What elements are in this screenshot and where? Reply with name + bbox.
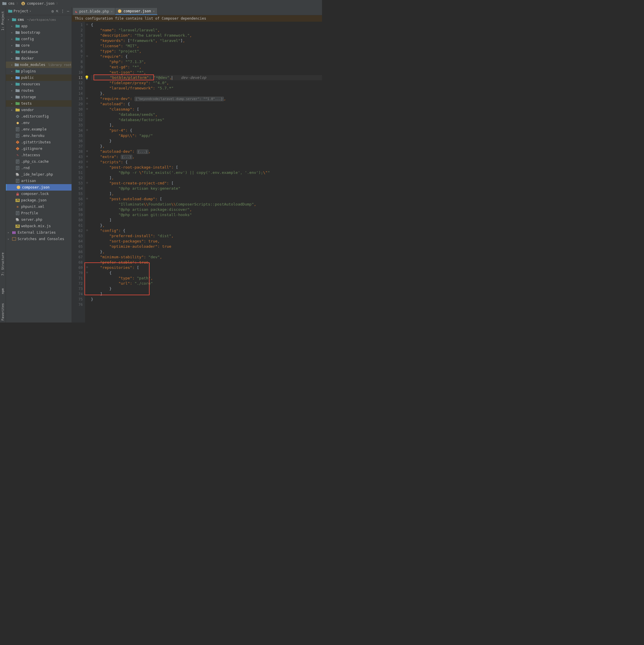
svg-rect-12 bbox=[16, 194, 19, 196]
tree-file[interactable]: .gitattributes bbox=[6, 139, 71, 146]
editor-tab[interactable]: composer.json× bbox=[115, 8, 157, 15]
left-tool-tabs: 1: Project 7: Structure npm Favorites bbox=[0, 7, 6, 322]
composer-icon bbox=[21, 1, 25, 6]
tree-file[interactable]: .gitignore bbox=[6, 146, 71, 152]
code-editor[interactable]: 1234567891011121314152930313233343536373… bbox=[72, 22, 322, 322]
tree-root[interactable]: ▾ cms ~/workspace/cms bbox=[6, 16, 71, 23]
svg-point-6 bbox=[17, 148, 18, 148]
more-icon[interactable]: ⋮ bbox=[61, 9, 64, 13]
project-dropdown[interactable]: Project ▾ bbox=[8, 9, 31, 13]
tree-section[interactable]: ▸External Libraries bbox=[6, 229, 71, 236]
tree-folder[interactable]: ▸routes bbox=[6, 87, 71, 94]
svg-rect-15 bbox=[13, 231, 14, 234]
breadcrumb-item[interactable]: composer.json bbox=[27, 1, 54, 6]
tree-section[interactable]: ▸Scratches and Consoles bbox=[6, 236, 71, 242]
tree-folder[interactable]: ▸storage bbox=[6, 94, 71, 100]
svg-rect-16 bbox=[15, 231, 16, 234]
editor-tab[interactable]: ◣post.blade.php× bbox=[73, 8, 115, 15]
tab-structure[interactable]: 7: Structure bbox=[0, 251, 5, 277]
svg-point-5 bbox=[17, 143, 18, 143]
tree-file[interactable]: 🐘_ide_helper.php bbox=[6, 171, 71, 178]
svg-point-11 bbox=[17, 186, 20, 189]
tree-file[interactable]: .php_cs.cache bbox=[6, 158, 71, 165]
breadcrumb: cms 〉 composer.json 〉 bbox=[0, 0, 322, 7]
sidebar-header: Project ▾ ◎ ⇱ ⋮ — bbox=[6, 7, 71, 15]
tree-file[interactable]: 🐘server.php bbox=[6, 216, 71, 223]
tab-favorites[interactable]: Favorites bbox=[0, 301, 5, 322]
svg-point-7 bbox=[17, 149, 18, 150]
tree-file[interactable]: ✎.htaccess bbox=[6, 152, 71, 158]
tree-folder[interactable]: ▸docker bbox=[6, 55, 71, 61]
collapse-icon[interactable]: ⇱ bbox=[56, 9, 58, 13]
chevron-right-icon: 〉 bbox=[16, 1, 19, 6]
tree-folder[interactable]: ▸vendor bbox=[6, 107, 71, 113]
banner: This configuration file contains list of… bbox=[72, 15, 322, 22]
tree-file[interactable]: JSwebpack.mix.js bbox=[6, 223, 71, 229]
tree-file[interactable]: artisan bbox=[6, 178, 71, 184]
svg-point-18 bbox=[118, 9, 121, 13]
tree-folder[interactable]: ▸plugins bbox=[6, 68, 71, 74]
svg-point-4 bbox=[17, 141, 18, 142]
tree-folder[interactable]: ▸core bbox=[6, 42, 71, 49]
tab-npm[interactable]: npm bbox=[0, 286, 5, 296]
tree-folder[interactable]: ▸tests bbox=[6, 100, 71, 107]
chevron-right-icon: 〉 bbox=[56, 1, 59, 6]
tree-folder[interactable]: ▸app bbox=[6, 23, 71, 29]
project-tree: ▾ cms ~/workspace/cms ▸app▸bootstrap▸con… bbox=[6, 15, 71, 322]
tree-folder[interactable]: ▸database bbox=[6, 49, 71, 55]
tree-file[interactable]: ⬢.env bbox=[6, 120, 71, 126]
tree-file[interactable]: composer.json bbox=[6, 184, 71, 191]
tree-file[interactable]: .editorconfig bbox=[6, 113, 71, 120]
tree-folder[interactable]: ▸node_moduleslibrary root bbox=[6, 61, 71, 68]
tree-file[interactable]: Procfile bbox=[6, 210, 71, 216]
folder-icon bbox=[2, 1, 6, 6]
target-icon[interactable]: ◎ bbox=[52, 9, 54, 13]
svg-point-1 bbox=[17, 116, 18, 117]
svg-rect-17 bbox=[12, 237, 16, 240]
tree-file[interactable]: .env.example bbox=[6, 126, 71, 133]
tree-file[interactable]: .env.heroku bbox=[6, 133, 71, 139]
tree-file[interactable]: .rnd bbox=[6, 165, 71, 171]
tree-file[interactable]: composer.lock bbox=[6, 191, 71, 197]
tree-folder[interactable]: ▸resources bbox=[6, 81, 71, 87]
hide-icon[interactable]: — bbox=[67, 9, 69, 13]
tree-folder[interactable]: ▸config bbox=[6, 36, 71, 42]
editor-area: ◣post.blade.php×composer.json× This conf… bbox=[72, 7, 322, 322]
editor-tabs: ◣post.blade.php×composer.json× bbox=[72, 7, 322, 15]
tree-folder[interactable]: ▸public bbox=[6, 74, 71, 81]
tab-project[interactable]: 1: Project bbox=[0, 9, 5, 32]
project-sidebar: Project ▾ ◎ ⇱ ⋮ — ▾ cms ~/workspace/cms … bbox=[6, 7, 72, 322]
breadcrumb-item[interactable]: cms bbox=[8, 1, 15, 6]
svg-rect-14 bbox=[12, 231, 13, 234]
tree-file[interactable]: JSpackage.json bbox=[6, 197, 71, 203]
tree-folder[interactable]: ▸bootstrap bbox=[6, 29, 71, 36]
close-icon[interactable]: × bbox=[153, 9, 155, 13]
close-icon[interactable]: × bbox=[111, 10, 113, 13]
tree-file[interactable]: ≡phpunit.xml bbox=[6, 203, 71, 210]
